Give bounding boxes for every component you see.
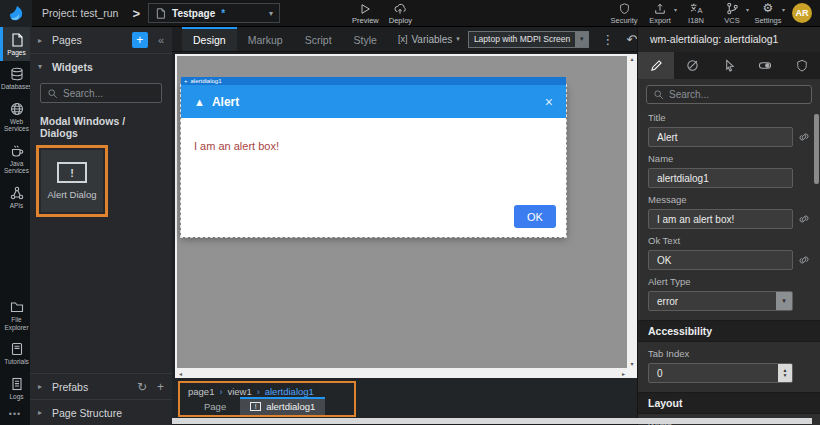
rail-item-databases[interactable]: Databases [0,61,30,95]
move-handle-icon[interactable]: + [184,78,188,84]
chevron-down-icon: ▾ [456,35,460,43]
name-field: Name [648,153,810,188]
canvas-more-button[interactable]: ⋮ [601,27,614,51]
logs-icon [10,377,24,391]
rail-more-button[interactable]: ••• [0,405,30,425]
chevron-down-icon: ▾ [575,32,588,47]
dialog-title: Alert [212,95,239,109]
scroll-down-icon[interactable]: ▾ [630,360,633,367]
widgets-accordion-header[interactable]: ▾ Widgets [30,53,172,79]
collapse-panel-icon[interactable]: « [158,34,164,46]
tab-markup[interactable]: Markup [237,27,294,51]
settings-button[interactable]: ▾ ⚙ Settings [750,2,786,25]
i18n-button[interactable]: A I18N [678,2,714,25]
rail-item-logs[interactable]: Logs [0,371,30,405]
left-rail: Pages Databases Web Services Java Servic… [0,27,30,425]
page-structure-accordion-header[interactable]: ▸ Page Structure [30,399,172,425]
bind-link-icon[interactable] [798,131,810,143]
wavemaker-logo-icon[interactable] [0,0,32,27]
property-search-input[interactable] [669,89,805,100]
bind-link-icon[interactable] [798,213,810,225]
editor-tabbar: Design Markup Script Style [x] Variables… [172,27,637,52]
scroll-up-icon[interactable]: ▴ [630,55,633,62]
preview-button[interactable]: Preview [352,2,379,25]
tabindex-input[interactable] [649,368,778,379]
tab-toggle-props[interactable] [747,52,783,79]
selected-widget-title: wm-alertdialog: alertdialog1 [638,27,820,52]
alert-dialog-widget[interactable]: ! Alert Dialog [41,150,103,212]
canvas-horizontal-scrollbar[interactable]: ◂ ▸ [177,368,627,378]
title-input[interactable] [648,127,793,147]
stepper-arrows-icon[interactable]: ▲ ▼ [778,364,792,382]
breadcrumb-alertdialog1[interactable]: alertdialog1 [265,386,314,397]
export-icon [654,2,666,15]
tab-styles[interactable] [674,52,710,79]
tab-design[interactable]: Design [182,27,237,51]
tabindex-stepper[interactable]: ▲ ▼ [648,363,793,383]
rail-item-java-services[interactable]: Java Services [0,138,30,180]
oktext-field: Ok Text [648,235,810,270]
deploy-button[interactable]: Deploy [389,2,412,25]
inspector-scrollbar[interactable] [814,114,819,184]
widget-section-label: Modal Windows / Dialogs [30,105,172,145]
rail-item-file-explorer[interactable]: File Explorer [0,294,30,336]
rail-item-web-services[interactable]: Web Services [0,96,30,138]
add-prefab-icon[interactable]: + [157,380,164,394]
page-selector-dropdown[interactable]: Testpage * ▾ [148,3,280,23]
tri-right-icon: ▸ [38,408,46,417]
scroll-left-icon[interactable]: ◂ [179,370,182,377]
bind-link-icon[interactable] [798,254,810,266]
tab-alertdialog1[interactable]: ! alertdialog1 [240,397,325,415]
breadcrumb-bar: page1 › view1 › alertdialog1 Page ! aler… [172,378,637,418]
close-icon[interactable]: × [545,94,553,110]
selection-tag[interactable]: + alertdialog1 [181,77,566,85]
vcs-button[interactable]: ▾ VCS [714,2,750,25]
tab-properties[interactable] [638,52,674,79]
canvas-vertical-scrollbar[interactable]: ▴ ▾ [627,54,637,368]
topbar: Project: test_run > Testpage * ▾ Preview… [0,0,820,27]
tab-events[interactable] [711,52,747,79]
breadcrumb-page1[interactable]: page1 [188,386,214,397]
rail-item-pages[interactable]: Pages [0,27,30,61]
vcs-branch-icon [726,2,739,15]
variables-button[interactable]: [x] Variables ▾ [398,27,460,51]
topbar-actions: Security ▾ Export A I18N ▾ VCS [606,2,820,25]
user-avatar[interactable]: AR [792,3,812,23]
tab-style[interactable]: Style [343,27,388,51]
widget-search-input[interactable] [63,88,155,99]
alert-dialog-preview[interactable]: + alertdialog1 ▲ Alert × I am an alert b… [181,85,566,237]
scroll-right-icon[interactable]: ▸ [622,370,625,377]
project-arrow-icon: > [132,6,140,21]
page-frame: ▴ ▾ ◂ ▸ + alertdialog1 ▲ Alert × I am an… [175,54,637,378]
api-nodes-icon [10,186,24,200]
property-search[interactable] [646,85,812,104]
security-button[interactable]: Security [606,2,642,25]
design-canvas[interactable]: ▴ ▾ ◂ ▸ + alertdialog1 ▲ Alert × I am an… [172,52,637,378]
alerttype-select[interactable]: error ▾ [648,291,793,311]
tab-script[interactable]: Script [294,27,343,51]
inspector-tabs [638,52,820,79]
rail-item-apis[interactable]: APIs [0,180,30,214]
message-input[interactable] [648,209,793,229]
ok-button[interactable]: OK [514,205,556,228]
palette-panel: ▸ Pages + « ▾ Widgets Modal Windows / Di… [30,27,172,425]
pages-accordion-header[interactable]: ▸ Pages + « [30,27,172,53]
add-page-button[interactable]: + [132,32,148,48]
name-input[interactable] [648,168,793,188]
tab-page[interactable]: Page [180,401,240,415]
workspace-horizontal-scrollbar[interactable] [172,418,812,424]
deploy-icon [393,2,407,15]
refresh-prefabs-icon[interactable]: ↻ [137,380,147,394]
tab-security[interactable] [784,52,820,79]
device-selector-dropdown[interactable]: Laptop with MDPI Screen ▾ [468,31,589,48]
undo-button[interactable]: ↶ [626,27,637,51]
prefabs-accordion-header[interactable]: ▸ Prefabs ↻ + [30,373,172,399]
editor-area: Design Markup Script Style [x] Variables… [172,27,637,425]
widget-search[interactable] [40,83,162,103]
breadcrumb-view1[interactable]: view1 [227,386,251,397]
rail-item-tutorials[interactable]: Tutorials [0,336,30,370]
message-field: Message [648,194,810,229]
export-button[interactable]: ▾ Export [642,2,678,25]
shield-icon [796,59,808,72]
oktext-input[interactable] [648,250,793,270]
